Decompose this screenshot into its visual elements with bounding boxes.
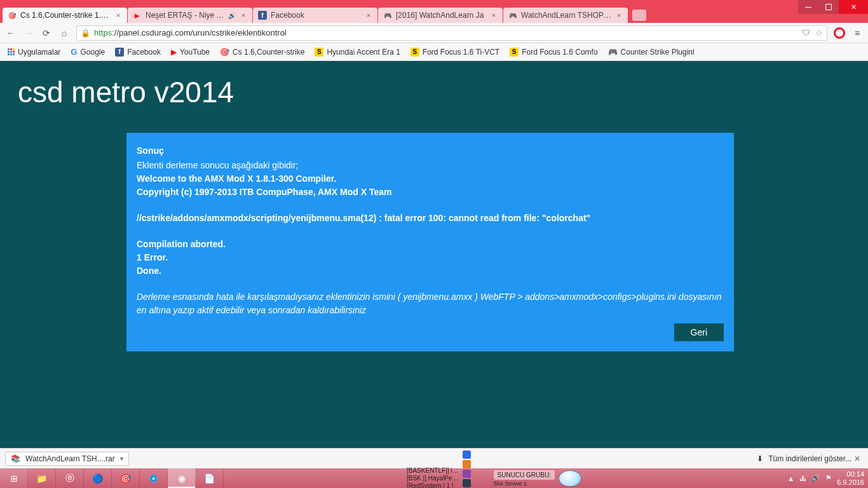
compiler-line-errcount: 1 Error. [137, 251, 724, 264]
lock-icon: 🔒 [81, 29, 90, 37]
behind-window-strip: [BASKENTLF|] i… [BSK |] HayalPe… [RedSys… [407, 468, 581, 488]
browser-menu-button[interactable]: ≡ [851, 27, 863, 39]
bookmark-item[interactable]: SFord Focus 1.6 Comfo [506, 46, 601, 58]
tray-date: 6.9.2016 [837, 478, 864, 486]
window-controls: ✕ [798, 0, 868, 14]
window-titlebar [0, 0, 868, 6]
bookmark-label: Facebook [127, 48, 161, 57]
download-item[interactable]: 📚 WatchAndLearn TSH....rar ▾ [5, 452, 129, 466]
bookmark-item[interactable]: 🎯Cs 1.6,Counter-strike [216, 46, 308, 58]
taskbar-ie-button[interactable]: ⓔ [56, 468, 84, 488]
tray-volume-icon[interactable]: 🔊 [811, 474, 820, 482]
downloads-bar: 📚 WatchAndLearn TSH....rar ▾ ⬇ Tüm indir… [0, 448, 868, 468]
behind-group-label: SUNUCU GRUBU: [494, 470, 555, 480]
browser-tab[interactable]: 🎮[2016] WatchAndLearn Ja× [378, 8, 503, 23]
back-button[interactable]: ← [5, 27, 17, 39]
compiler-line-done: Done. [137, 264, 724, 278]
bookmarks-bar: UygulamalarGGooglefFacebook▶YouTube🎯Cs 1… [0, 43, 868, 61]
taskbar-explorer-button[interactable]: 📁 [28, 468, 56, 488]
tray-flag-icon[interactable]: ⚑ [825, 474, 832, 482]
chevron-down-icon: ▾ [120, 455, 123, 462]
bookmark-label: Uygulamalar [18, 48, 60, 57]
browser-tab[interactable]: fFacebook× [253, 8, 377, 23]
tray-clock[interactable]: 00:14 6.9.2016 [837, 470, 864, 485]
tab-label: WatchAndLearn TSHOP [W [521, 11, 611, 20]
compiler-line-copyright: Copyright (c) 1997-2013 ITB CompuPhase, … [137, 186, 724, 199]
home-button[interactable]: ⌂ [58, 27, 70, 39]
result-header: Sonuç [137, 144, 724, 158]
window-close-button[interactable]: ✕ [839, 0, 868, 14]
compiler-line-error: //cstrike/addons/amxmodx/scripting/yenij… [137, 212, 724, 225]
show-all-downloads-link[interactable]: Tüm indirilenleri göster... [768, 454, 851, 463]
bookmark-label: Google [80, 48, 105, 57]
taskbar: ⊞ 📁 ⓔ 🔵 🎯 💠 ◉ 📄 [BASKENTLF|] i… [BSK |] … [0, 468, 868, 488]
page-viewport: csd metro v2014 Sonuç Eklenti derleme so… [0, 61, 868, 448]
download-item-label: WatchAndLearn TSH....rar [25, 454, 115, 463]
bookmark-item[interactable]: ▶YouTube [167, 46, 214, 58]
tab-close-button[interactable]: × [365, 11, 372, 19]
browser-tab[interactable]: 🎯Cs 1.6,Counter-strike 1.6,C× [3, 8, 127, 23]
audio-icon[interactable]: 🔊 [228, 12, 236, 19]
new-tab-button[interactable] [632, 10, 646, 21]
taskbar-chrome-button[interactable]: ◉ [168, 468, 196, 488]
result-subtitle: Eklenti derleme sonucu aşağıdaki gibidir… [137, 159, 724, 172]
taskbar-notes-button[interactable]: 📄 [196, 468, 224, 488]
bookmark-label: Ford Focus 1.6 Ti-VCT [423, 48, 499, 57]
bookmark-star-icon[interactable]: ☆ [815, 28, 823, 37]
tray-network-icon[interactable]: 🖧 [799, 475, 806, 482]
download-arrow-icon: ⬇ [757, 454, 763, 463]
compiler-line-welcome: Welcome to the AMX Mod X 1.8.1-300 Compi… [137, 172, 724, 186]
window-minimize-button[interactable] [798, 0, 818, 14]
tab-label: Neşet ERTAŞ - Niye Ça [146, 11, 224, 20]
behind-row: [RedSystem | 1 ! [407, 482, 459, 488]
browser-tab[interactable]: 🎮WatchAndLearn TSHOP [W× [503, 8, 628, 23]
result-note: Derleme esnasında hata ile karşılaşmadıy… [137, 290, 724, 317]
archive-icon: 📚 [11, 454, 20, 463]
browser-tabstrip: 🎯Cs 1.6,Counter-strike 1.6,C×▶Neşet ERTA… [0, 6, 868, 23]
tab-close-button[interactable]: × [114, 11, 122, 19]
compiler-line-aborted: Compilation aborted. [137, 238, 724, 251]
bookmark-item[interactable]: GGoogle [67, 45, 109, 58]
teamspeak-logo-icon [559, 470, 581, 487]
tray-up-icon[interactable]: ▲ [787, 475, 794, 482]
system-tray: ▲ 🖧 🔊 ⚑ 00:14 6.9.2016 [783, 468, 868, 488]
tray-time: 00:14 [837, 470, 864, 478]
bookmark-item[interactable]: fFacebook [111, 46, 165, 58]
taskbar-teamspeak-button[interactable]: 💠 [140, 468, 168, 488]
tab-label: Cs 1.6,Counter-strike 1.6,C [20, 11, 111, 20]
bookmark-item[interactable]: Uygulamalar [4, 46, 64, 58]
taskbar-cs-button[interactable]: 🎯 [112, 468, 140, 488]
tab-label: [2016] WatchAndLearn Ja [396, 11, 486, 20]
behind-row: [BSK |] HayalPe… [407, 475, 459, 482]
bookmark-label: Counter Strike Pluginl [621, 48, 695, 57]
downloads-bar-close-button[interactable]: ✕ [851, 454, 863, 463]
behind-row: [BASKENTLF|] i… [407, 467, 459, 474]
reload-button[interactable]: ⟳ [41, 27, 52, 39]
bookmark-item[interactable]: SHyundai Accent Era 1 [311, 46, 403, 58]
tab-close-button[interactable]: × [615, 11, 623, 19]
opera-menu-button[interactable] [834, 27, 845, 39]
taskbar-app1-button[interactable]: 🔵 [84, 468, 112, 488]
url-rest: ://panel.csduragi.com/urun/cstrike/eklen… [112, 28, 287, 37]
back-button-page[interactable]: Geri [674, 323, 724, 341]
result-panel: Sonuç Eklenti derleme sonucu aşağıdaki g… [126, 133, 734, 351]
vpn-shield-icon[interactable]: 🛡 [802, 28, 810, 37]
tab-label: Facebook [271, 11, 361, 20]
behind-slot: Slot Sevive 1 [494, 480, 555, 487]
tab-close-button[interactable]: × [240, 11, 247, 19]
url-scheme: https [94, 28, 112, 37]
bookmark-label: YouTube [180, 48, 210, 57]
start-button[interactable]: ⊞ [0, 468, 28, 488]
address-bar[interactable]: 🔒 https://panel.csduragi.com/urun/cstrik… [76, 25, 827, 41]
browser-toolbar: ← → ⟳ ⌂ 🔒 https://panel.csduragi.com/uru… [0, 23, 868, 43]
window-maximize-button[interactable] [818, 0, 839, 14]
bookmark-item[interactable]: SFord Focus 1.6 Ti-VCT [407, 46, 503, 58]
bookmark-label: Hyundai Accent Era 1 [327, 48, 400, 57]
bookmark-item[interactable]: 🎮Counter Strike Pluginl [604, 46, 698, 58]
browser-tab[interactable]: ▶Neşet ERTAŞ - Niye Ça🔊× [128, 8, 252, 23]
bookmark-label: Cs 1.6,Counter-strike [233, 48, 304, 57]
page-title: csd metro v2014 [0, 61, 868, 109]
bookmark-label: Ford Focus 1.6 Comfo [522, 48, 597, 57]
forward-button[interactable]: → [23, 27, 34, 39]
tab-close-button[interactable]: × [490, 11, 498, 19]
